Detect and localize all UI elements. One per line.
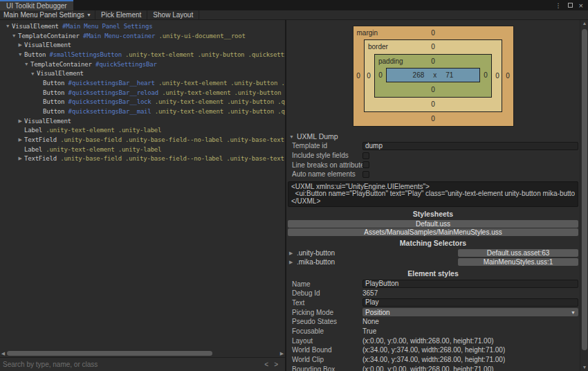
element-type: TemplateContainer — [30, 61, 92, 68]
vertical-scrollbar[interactable]: ▲ ▼ — [580, 20, 588, 371]
ui-toolkit-debugger-window: UI Toolkit Debugger ⋮ × Main Menu Panel … — [0, 0, 588, 371]
element-type: Button — [43, 89, 64, 96]
expander-expanded-icon[interactable]: ▼ — [16, 52, 24, 57]
title-bar: UI Toolkit Debugger ⋮ × — [0, 0, 588, 10]
auto-name-elements-label: Auto name elements — [292, 170, 362, 178]
element-styles-header: Element styles — [286, 269, 580, 279]
uxml-code-textarea[interactable]: <UXML xmlns:ui="UnityEngine.UIElements">… — [288, 181, 578, 208]
expander-collapsed-icon[interactable]: ▶ — [16, 118, 24, 124]
element-name: #Main Menu-container — [80, 33, 156, 39]
style-row-text: TextPlay — [286, 298, 580, 308]
vertical-scroll-thumb[interactable] — [582, 29, 587, 350]
maximize-icon[interactable] — [568, 3, 573, 8]
style-row-debug-id: Debug Id3657 — [286, 289, 580, 298]
hierarchy-panel: ▼VisualElement #Main Menu Panel Settings… — [0, 20, 285, 371]
selector-name: .unity-button — [297, 249, 335, 257]
expander-expanded-icon[interactable]: ▼ — [10, 33, 18, 38]
tree-row-label[interactable]: Label .unity-text-element .unity-label — [0, 145, 285, 154]
stylesheet-item[interactable]: Assets/ManualSamples/MainMenuStyles.uss — [288, 228, 578, 236]
margin-label: margin — [357, 26, 378, 39]
picking-mode-dropdown[interactable]: Position▼ — [362, 308, 578, 316]
style-row-picking-mode: Picking ModePosition▼ — [286, 307, 580, 317]
tree-row-visualelement-main-menu-panel-settings[interactable]: ▼VisualElement #Main Menu Panel Settings — [0, 21, 285, 31]
bounding-box-label: Bounding Box — [292, 365, 362, 371]
stylesheets-header: Stylesheets — [286, 209, 580, 219]
expander-expanded-icon[interactable]: ▼ — [22, 62, 30, 66]
element-type: Label — [24, 127, 42, 134]
expander-expanded-icon[interactable]: ▼ — [28, 71, 37, 76]
expander-collapsed-icon[interactable]: ▶ — [289, 260, 295, 265]
tree-row-button-quicksettingsbar-heart[interactable]: Button #quicksettingsBar__heart .unity-t… — [0, 78, 285, 88]
border-label: border — [368, 40, 388, 53]
scroll-down-icon[interactable]: ▼ — [580, 365, 588, 370]
tree-row-visualelement[interactable]: ▼VisualElement — [0, 69, 285, 78]
tree-row-visualelement[interactable]: ▶VisualElement — [0, 40, 285, 50]
pick-element-button[interactable]: Pick Element — [95, 10, 147, 19]
picking-mode-label: Picking Mode — [292, 309, 362, 316]
border-top-value: 0 — [431, 43, 435, 51]
element-classes: .unity-text-element .unity-button .quick… — [151, 108, 285, 115]
show-layout-button[interactable]: Show Layout — [147, 10, 199, 19]
margin-bottom-value: 0 — [353, 112, 513, 126]
template-id-label: Template id — [292, 142, 362, 150]
line-breaks-on-attributes-checkbox[interactable] — [362, 161, 369, 168]
tree-row-visualelement[interactable]: ▶VisualElement — [0, 116, 285, 126]
pseudo-states-label: Pseudo States — [292, 318, 362, 325]
expander-collapsed-icon[interactable]: ▶ — [16, 137, 24, 143]
search-next-button[interactable]: > — [271, 361, 281, 368]
element-classes: .unity-base-field .unity-base-field--no-… — [57, 136, 285, 143]
search-bar: Search by type, name, or class < > — [0, 357, 285, 371]
debugger-toolbar: Main Menu Panel Settings ▼ Pick Element … — [0, 10, 588, 20]
chevron-down-icon: ▼ — [86, 12, 91, 17]
focusable-value: True — [362, 327, 376, 335]
tree-row-button-quicksettingsbar-mail[interactable]: Button #quicksettingsBar__mail .unity-te… — [0, 107, 285, 116]
expander-collapsed-icon[interactable]: ▶ — [289, 251, 295, 256]
template-id-field[interactable]: dump — [362, 142, 578, 150]
pseudo-states-value: None — [362, 318, 379, 325]
tab-ui-toolkit-debugger[interactable]: UI Toolkit Debugger — [0, 0, 73, 10]
scroll-left-icon[interactable]: ◀ — [0, 350, 6, 357]
scroll-right-icon[interactable]: ▶ — [279, 350, 285, 357]
horizontal-scrollbar[interactable]: ◀ ▶ — [0, 350, 285, 357]
tree-row-templatecontainer-main-menu-container[interactable]: ▼TemplateContainer #Main Menu-container … — [0, 31, 285, 41]
text-label: Text — [292, 299, 362, 307]
tree-row-textfield[interactable]: ▶TextField .unity-base-field .unity-base… — [0, 135, 285, 145]
debug-id-label: Debug Id — [292, 289, 362, 297]
search-prev-button[interactable]: < — [261, 361, 271, 368]
expander-collapsed-icon[interactable]: ▶ — [16, 42, 24, 48]
selector-source-button[interactable]: MainMenuStyles.uss:1 — [458, 258, 578, 266]
search-input[interactable]: Search by type, name, or class — [3, 361, 261, 368]
horizontal-scroll-thumb[interactable] — [7, 351, 212, 356]
panel-picker-dropdown[interactable]: Main Menu Panel Settings ▼ — [0, 10, 95, 19]
focusable-label: Focusable — [292, 327, 362, 335]
scroll-up-icon[interactable]: ▲ — [580, 21, 588, 26]
box-model-border: border0 0 padding0 0 268 — [364, 39, 502, 112]
element-name: #quicksettingsBar__lock — [64, 98, 151, 105]
name-label: Name — [292, 280, 362, 288]
text-field[interactable]: Play — [362, 298, 578, 307]
expander-expanded-icon[interactable]: ▼ — [3, 24, 12, 28]
close-icon[interactable]: × — [579, 2, 583, 9]
tree-row-templatecontainer-quicksettingsbar[interactable]: ▼TemplateContainer #quickSettingsBar — [0, 60, 285, 69]
auto-name-elements-checkbox[interactable] — [362, 171, 369, 178]
tree-row-button-smallsettingsbutton[interactable]: ▼Button #smallSettingsButton .unity-text… — [0, 50, 285, 60]
stylesheet-item[interactable]: Default.uss — [288, 220, 578, 228]
selector-source-button[interactable]: Default.uss.asset:63 — [458, 249, 578, 257]
horizontal-scroll-track[interactable] — [6, 350, 279, 357]
name-field[interactable]: PlayButton — [362, 280, 578, 288]
menu-kebab-icon[interactable]: ⋮ — [555, 2, 562, 9]
content-separator: x — [433, 71, 437, 79]
element-type: Button — [43, 80, 64, 87]
element-name: #quickSettingsBar — [92, 61, 157, 68]
element-classes: .unity-text-element .unity-button .quick… — [155, 80, 285, 87]
tree-row-textfield[interactable]: ▶TextField .unity-base-field .unity-base… — [0, 154, 285, 164]
content-height: 71 — [445, 71, 453, 79]
selector-row: ▶.unity-buttonDefault.uss.asset:63 — [286, 248, 580, 257]
box-model-margin: margin0 0 border0 0 padding0 — [353, 26, 514, 127]
tree-row-label[interactable]: Label .unity-text-element .unity-label — [0, 126, 285, 136]
tree-row-button-quicksettingsbar-lock[interactable]: Button #quicksettingsBar__lock .unity-te… — [0, 98, 285, 107]
uxml-dump-foldout[interactable]: ▼ UXML Dump — [286, 132, 580, 141]
expander-collapsed-icon[interactable]: ▶ — [16, 156, 24, 161]
include-style-fields-checkbox[interactable] — [362, 152, 369, 159]
tree-row-button-quicksettingsbar-reload[interactable]: Button #quicksettingsBar__reload .unity-… — [0, 88, 285, 98]
